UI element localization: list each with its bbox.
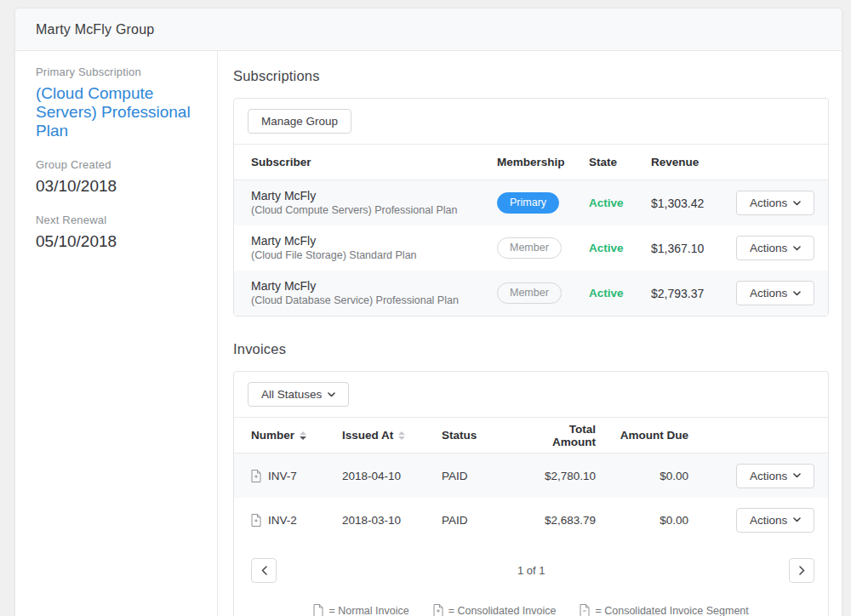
invoice-number[interactable]: INV-7 [268,470,297,482]
subscription-actions-button[interactable]: Actions [736,191,814,215]
subscriber-cell: Marty McFly (Cloud Compute Servers) Prof… [251,188,497,217]
invoice-issued-at: 2018-04-10 [342,470,442,482]
revenue-value: $1,367.10 [651,242,736,255]
chevron-right-icon [799,566,805,575]
state-value: Active [589,287,651,299]
legend-item-consolidated-invoice: = Consolidated Invoice [433,604,557,616]
manage-group-button[interactable]: Manage Group [248,109,351,134]
invoice-issued-at: 2018-03-10 [342,514,442,527]
membership-badge: Member [497,237,562,259]
card-header: Marty McFly Group [15,9,842,51]
invoices-heading: Invoices [233,341,829,357]
actions-button-label: Actions [750,470,787,482]
next-renewal-value: 05/10/2018 [36,232,197,251]
state-value: Active [589,197,651,209]
actions-button-label: Actions [750,514,787,527]
invoice-status: PAID [442,470,531,482]
membership-badge: Primary [497,192,559,214]
invoice-actions-button[interactable]: Actions [736,464,814,488]
column-header-revenue: Revenue [651,156,736,168]
column-header-subscriber: Subscriber [251,156,497,168]
column-header-total-amount: Total Amount [531,423,596,448]
card-body: Primary Subscription (Cloud Compute Serv… [15,51,842,616]
sidebar: Primary Subscription (Cloud Compute Serv… [15,51,218,616]
group-created-label: Group Created [36,158,197,171]
invoices-pagination: 1 of 1 [234,542,828,588]
column-header-issued-at[interactable]: Issued At [342,429,442,442]
consolidated-invoice-icon [433,604,443,616]
chevron-down-icon [793,246,801,251]
actions-button-label: Actions [750,197,787,209]
sort-icon [398,431,405,440]
legend-item-normal-invoice: = Normal Invoice [313,604,408,616]
state-value: Active [589,242,651,254]
subscriber-cell: Marty McFly (Cloud File Storage) Standar… [251,233,497,262]
subscription-actions-button[interactable]: Actions [736,236,814,260]
column-header-state: State [589,156,651,168]
normal-invoice-icon [313,604,323,616]
chevron-down-icon [328,392,335,397]
next-renewal-label: Next Renewal [36,214,197,226]
invoice-status: PAID [442,514,531,527]
revenue-value: $1,303.42 [651,197,736,210]
chevron-down-icon [793,201,801,206]
consolidated-invoice-icon [251,470,261,482]
subscriber-plan: (Cloud Database Service) Professional Pl… [251,294,497,307]
subscriptions-panel: Manage Group Subscriber Membership State… [233,98,829,317]
invoices-toolbar: All Statuses [234,372,828,418]
group-detail-card: Marty McFly Group Primary Subscription (… [14,8,842,616]
invoice-actions-button[interactable]: Actions [736,508,814,533]
group-created-value: 03/10/2018 [36,177,197,196]
chevron-down-icon [793,473,801,478]
invoice-total-amount: $2,780.10 [531,470,596,482]
column-header-number[interactable]: Number [251,429,342,442]
next-page-button[interactable] [789,558,814,583]
page-title: Marty McFly Group [36,22,154,37]
previous-page-button[interactable] [251,558,277,583]
column-header-amount-due: Amount Due [596,429,688,442]
primary-subscription-label: Primary Subscription [36,66,197,78]
actions-button-label: Actions [750,287,787,299]
consolidated-invoice-icon [251,514,261,527]
subscriber-plan: (Cloud Compute Servers) Professional Pla… [251,203,497,217]
consolidated-invoice-segment-icon [580,604,590,616]
invoice-total-amount: $2,683.79 [531,514,596,527]
subscription-row: Marty McFly (Cloud File Storage) Standar… [234,225,828,271]
invoice-row: INV-7 2018-04-10 PAID $2,780.10 $0.00 Ac… [234,453,828,498]
subscription-actions-button[interactable]: Actions [736,281,814,305]
invoice-amount-due: $0.00 [596,470,688,482]
subscription-row: Marty McFly (Cloud Database Service) Pro… [234,271,828,316]
status-filter-dropdown[interactable]: All Statuses [248,382,349,407]
status-filter-label: All Statuses [261,388,322,401]
chevron-down-icon [793,291,801,296]
subscriptions-toolbar: Manage Group [234,99,828,145]
membership-badge: Member [497,282,562,304]
invoice-row: INV-2 2018-03-10 PAID $2,683.79 $0.00 Ac… [234,498,828,542]
legend-item-consolidated-invoice-segment: = Consolidated Invoice Segment [580,604,748,616]
column-header-status: Status [442,429,531,442]
revenue-value: $2,793.37 [651,287,736,300]
invoices-table-header: Number Issued At Status Total Amount Amo… [234,418,828,453]
primary-subscription-link[interactable]: (Cloud Compute Servers) Professional Pla… [36,84,197,140]
subscriber-name: Marty McFly [251,188,497,203]
invoices-panel: All Statuses Number Issued At Status Tot… [233,371,829,616]
chevron-down-icon [793,517,801,522]
subscriptions-heading: Subscriptions [233,68,829,84]
chevron-left-icon [261,566,267,575]
subscriber-name: Marty McFly [251,233,497,248]
subscriber-cell: Marty McFly (Cloud Database Service) Pro… [251,278,497,307]
main-content: Subscriptions Manage Group Subscriber Me… [218,51,842,616]
invoice-type-legend: = Normal Invoice = Consolidated Invoice … [234,588,828,616]
actions-button-label: Actions [750,242,787,254]
subscriber-name: Marty McFly [251,278,497,294]
column-header-membership: Membership [497,156,589,168]
subscriptions-table-header: Subscriber Membership State Revenue [234,145,828,180]
subscriber-plan: (Cloud File Storage) Standard Plan [251,248,497,262]
invoice-amount-due: $0.00 [596,514,688,527]
subscription-row: Marty McFly (Cloud Compute Servers) Prof… [234,180,828,225]
invoice-number[interactable]: INV-2 [268,514,297,527]
sort-icon [300,431,306,440]
pagination-label: 1 of 1 [234,564,828,577]
